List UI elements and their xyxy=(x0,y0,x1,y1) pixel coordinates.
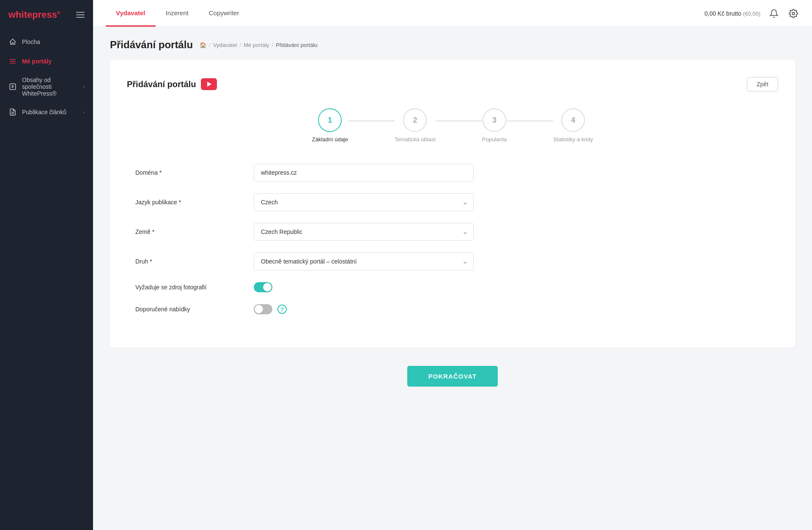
step-circle-2: 2 xyxy=(403,108,427,132)
sidebar-item-me-portaly[interactable]: Mé portály xyxy=(0,52,93,71)
breadcrumb-current: Přidávání portálu xyxy=(276,42,317,48)
sidebar: whitepress® Plocha Mé portály Obsahy od … xyxy=(0,0,93,530)
type-select-wrapper: Obecně tematický portál – celostátní Reg… xyxy=(254,253,474,270)
list-icon xyxy=(8,57,17,66)
offers-help-icon[interactable]: ? xyxy=(277,305,287,314)
offers-toggle-wrapper: ? xyxy=(254,304,287,314)
sidebar-item-publikace[interactable]: Publikace článků › xyxy=(0,102,93,122)
photo-toggle[interactable] xyxy=(254,282,272,292)
sidebar-label-obsahy: Obsahy od společnosti WhitePress® xyxy=(22,77,78,97)
settings-icon[interactable] xyxy=(787,8,799,19)
photo-label: Vyžaduje se zdroj fotografií xyxy=(135,284,245,291)
domain-label: Doména * xyxy=(135,169,245,176)
offers-toggle[interactable] xyxy=(254,304,272,314)
tab-vydavatel[interactable]: Vydavatel xyxy=(106,0,156,27)
breadcrumb-me-portaly[interactable]: Mé portály xyxy=(244,42,269,48)
breadcrumb-home: 🏠 xyxy=(200,42,206,48)
section-title: Přidávání portálu xyxy=(127,80,196,89)
type-label: Druh * xyxy=(135,258,245,265)
stepper: 1 Základní údaje 2 Tematická oblast 3 xyxy=(127,104,778,143)
section-title-row: Přidávání portálu Zpět xyxy=(127,77,778,91)
form-row-offers: Doporučené nabídky ? xyxy=(135,304,770,314)
country-label: Země * xyxy=(135,228,245,235)
external-icon xyxy=(8,82,17,91)
chevron-icon-obsahy: › xyxy=(83,84,85,89)
form-row-type: Druh * Obecně tematický portál – celostá… xyxy=(135,253,770,270)
logo-press: press xyxy=(32,9,57,20)
page-title: Přidávání portálu xyxy=(110,39,193,51)
form-section: Doména * Jazyk publikace * Czech Slovak … xyxy=(127,164,778,314)
step-label-2: Tematická oblast xyxy=(395,136,436,143)
sidebar-logo: whitepress® xyxy=(0,0,93,28)
domain-input[interactable] xyxy=(254,164,474,181)
hamburger-icon[interactable] xyxy=(76,12,85,18)
balance-display: 0,00 Kč brutto (€0,00) xyxy=(705,10,760,17)
submit-area: POKRAČOVAT xyxy=(110,357,795,404)
type-select[interactable]: Obecně tematický portál – celostátní Reg… xyxy=(254,253,474,270)
step-label-1: Základní údaje xyxy=(312,136,348,143)
sidebar-item-obsahy[interactable]: Obsahy od společnosti WhitePress® › xyxy=(0,71,93,102)
back-button[interactable]: Zpět xyxy=(747,77,778,91)
form-row-photo: Vyžaduje se zdroj fotografií xyxy=(135,282,770,292)
page-header-row: Přidávání portálu 🏠 / Vydavatel / Mé por… xyxy=(110,39,795,51)
step-1: 1 Základní údaje xyxy=(312,108,348,143)
tab-copywriter[interactable]: Copywriter xyxy=(199,0,250,27)
step-4: 4 Statistiky a kódy xyxy=(553,108,593,143)
svg-point-4 xyxy=(792,12,795,15)
content-area: Přidávání portálu 🏠 / Vydavatel / Mé por… xyxy=(93,27,812,530)
step-label-4: Statistiky a kódy xyxy=(553,136,593,143)
chevron-icon-publikace: › xyxy=(83,110,85,115)
breadcrumb-vydavatel[interactable]: Vydavatel xyxy=(213,42,237,48)
home-icon xyxy=(8,38,17,46)
logo: whitepress® xyxy=(8,9,60,20)
submit-button[interactable]: POKRAČOVAT xyxy=(407,366,498,387)
topnav: Vydavatel Inzerent Copywriter 0,00 Kč br… xyxy=(93,0,812,27)
step-connector-3-4 xyxy=(507,121,553,121)
photo-toggle-knob xyxy=(263,283,272,291)
doc-icon xyxy=(8,108,17,116)
section-title-inner: Přidávání portálu xyxy=(127,78,217,90)
step-circle-1: 1 xyxy=(318,108,342,132)
sidebar-item-plocha[interactable]: Plocha xyxy=(0,32,93,52)
youtube-button[interactable] xyxy=(201,78,217,90)
sidebar-nav: Plocha Mé portály Obsahy od společnosti … xyxy=(0,28,93,122)
country-select[interactable]: Czech Republic Slovakia Poland Germany A… xyxy=(254,223,474,241)
form-row-language: Jazyk publikace * Czech Slovak English P… xyxy=(135,193,770,211)
topnav-tabs: Vydavatel Inzerent Copywriter xyxy=(106,0,249,27)
step-3: 3 Popularita xyxy=(482,108,507,143)
sidebar-label-publikace: Publikace článků xyxy=(22,109,66,115)
language-label: Jazyk publikace * xyxy=(135,199,245,206)
sidebar-label-me-portaly: Mé portály xyxy=(22,58,52,65)
offers-label: Doporučené nabídky xyxy=(135,306,245,313)
offers-toggle-knob xyxy=(255,305,263,313)
topnav-right: 0,00 Kč brutto (€0,00) xyxy=(705,8,799,19)
logo-white: white xyxy=(8,9,32,20)
step-connector-2-3 xyxy=(436,121,482,121)
form-row-domain: Doména * xyxy=(135,164,770,181)
tab-inzerent[interactable]: Inzerent xyxy=(156,0,199,27)
form-row-country: Země * Czech Republic Slovakia Poland Ge… xyxy=(135,223,770,241)
breadcrumb: 🏠 / Vydavatel / Mé portály / Přidávání p… xyxy=(200,42,317,48)
main-area: Vydavatel Inzerent Copywriter 0,00 Kč br… xyxy=(93,0,812,530)
language-select-wrapper: Czech Slovak English Polish German xyxy=(254,193,474,211)
photo-toggle-wrapper xyxy=(254,282,272,292)
country-select-wrapper: Czech Republic Slovakia Poland Germany A… xyxy=(254,223,474,241)
step-label-3: Popularita xyxy=(482,136,507,143)
sidebar-label-plocha: Plocha xyxy=(22,38,40,45)
language-select[interactable]: Czech Slovak English Polish German xyxy=(254,193,474,211)
notification-icon[interactable] xyxy=(768,8,780,19)
step-connector-1-2 xyxy=(348,121,395,121)
step-circle-3: 3 xyxy=(483,108,506,132)
step-2: 2 Tematická oblast xyxy=(395,108,436,143)
step-circle-4: 4 xyxy=(561,108,585,132)
logo-reg: ® xyxy=(57,11,60,15)
main-card: Přidávání portálu Zpět 1 Základní údaje … xyxy=(110,60,795,347)
